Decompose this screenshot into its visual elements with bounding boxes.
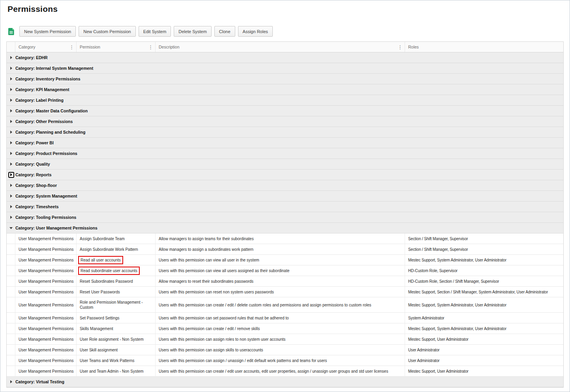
cell-roles: HD-Custom Role, Section / Shift Manager,…: [405, 276, 563, 286]
group-row-category-reports[interactable]: Category: Reports: [7, 170, 563, 180]
permission-row[interactable]: User Management PermissionsReset Subordi…: [7, 276, 563, 287]
toolbar-button-delete-system[interactable]: Delete System: [174, 26, 212, 37]
column-menu-icon[interactable]: ⋮: [67, 45, 76, 50]
expand-group-icon[interactable]: [10, 88, 12, 91]
group-row-category-inventory-permissions[interactable]: Category: Inventory Permissions: [7, 74, 563, 84]
column-header-roles[interactable]: Roles: [405, 42, 563, 52]
permission-row[interactable]: User Management PermissionsAssign Subord…: [7, 244, 563, 255]
expand-group-icon[interactable]: [10, 162, 12, 166]
expand-group-icon[interactable]: [10, 194, 12, 198]
row-indent-cell: [7, 323, 15, 334]
group-row-category-master-data-configuration[interactable]: Category: Master Data Configuration: [7, 106, 563, 116]
cell-category: User Management Permissions: [15, 334, 77, 344]
cell-category: User Management Permissions: [15, 323, 77, 334]
group-row-category-timesheets[interactable]: Category: Timesheets: [7, 202, 563, 212]
group-row-category-kpi-management[interactable]: Category: KPI Management: [7, 84, 563, 95]
expand-group-icon[interactable]: [10, 131, 12, 134]
permission-row[interactable]: User Management PermissionsUser Skill as…: [7, 345, 563, 355]
column-header-description[interactable]: Description⋮: [156, 42, 405, 52]
cell-category: User Management Permissions: [15, 255, 77, 265]
toolbar-button-edit-system[interactable]: Edit System: [139, 26, 171, 37]
group-caret-cell: [7, 141, 15, 144]
permission-row[interactable]: User Management PermissionsRead all user…: [7, 255, 563, 265]
expand-group-icon[interactable]: [10, 109, 12, 112]
expand-group-icon[interactable]: [10, 56, 12, 59]
expand-group-icon[interactable]: [10, 205, 12, 208]
expand-group-icon[interactable]: [10, 184, 12, 187]
group-row-category-shop-floor[interactable]: Category: Shop-floor: [7, 180, 563, 191]
column-menu-icon[interactable]: ⋮: [396, 45, 405, 50]
cell-roles: Mestec Support, System Administrator, Us…: [405, 323, 563, 334]
collapse-group-icon[interactable]: [9, 227, 13, 229]
expand-group-icon[interactable]: [10, 99, 12, 102]
group-row-category-label-printing[interactable]: Category: Label Printing: [7, 95, 563, 106]
permission-row[interactable]: User Management PermissionsAssign Subord…: [7, 233, 563, 244]
cell-roles: Section / Shift Manager, Supervisor: [405, 233, 563, 244]
group-caret-cell: [7, 67, 15, 70]
group-label: Category: Label Printing: [15, 98, 64, 103]
group-caret-cell: [7, 184, 15, 187]
column-title: Description: [159, 45, 180, 49]
excel-export-button[interactable]: [6, 27, 16, 36]
group-label: Category: Reports: [15, 172, 52, 177]
cell-description: Users with this permission can assign / …: [156, 355, 405, 366]
permission-row[interactable]: User Management PermissionsSet Password …: [7, 313, 563, 323]
permission-row[interactable]: User Management PermissionsUser and Team…: [7, 366, 563, 377]
cell-description: Users with this permission can reset non…: [156, 287, 405, 297]
expand-group-icon[interactable]: [10, 380, 12, 383]
permissions-grid: Category⋮Permission⋮Description⋮Roles Ca…: [6, 41, 564, 388]
group-row-category-other-permissions[interactable]: Category: Other Permissions: [7, 116, 563, 127]
cell-permission: Assign Subordinate Work Pattern: [77, 244, 156, 254]
group-label: Category: Planning and Scheduling: [15, 130, 85, 134]
permission-row[interactable]: User Management PermissionsUser Role ass…: [7, 334, 563, 345]
column-header-permission[interactable]: Permission⋮: [77, 42, 156, 52]
group-row-category-system-management[interactable]: Category: System Management: [7, 191, 563, 202]
group-caret-cell: [7, 380, 15, 383]
toolbar-button-clone[interactable]: Clone: [214, 26, 235, 37]
cell-description: Users with this permission can view all …: [156, 265, 405, 276]
permission-row[interactable]: User Management PermissionsRead subordin…: [7, 265, 563, 276]
toolbar-button-new-custom-permission[interactable]: New Custom Permission: [79, 26, 135, 37]
toolbar-button-assign-roles[interactable]: Assign Roles: [238, 26, 273, 37]
expand-group-icon[interactable]: [10, 67, 12, 70]
group-label: Category: EDHR: [15, 55, 48, 60]
cell-permission: Role and Permission Management - Custom: [77, 297, 156, 312]
group-row-category-power-bi[interactable]: Category: Power BI: [7, 138, 563, 148]
group-row-category-user-management-permissions[interactable]: Category: User Management Permissions: [7, 223, 563, 233]
cell-category: User Management Permissions: [15, 287, 77, 297]
group-row-category-tooling-permissions[interactable]: Category: Tooling Permissions: [7, 212, 563, 223]
group-row-category-internal-system-management[interactable]: Category: Internal System Management: [7, 63, 563, 74]
expand-group-icon[interactable]: [10, 141, 12, 144]
row-indent-cell: [7, 276, 15, 286]
group-label: Category: Master Data Configuration: [15, 108, 88, 113]
row-indent-cell: [7, 287, 15, 297]
expand-group-icon[interactable]: [10, 152, 12, 155]
permission-row[interactable]: User Management PermissionsUser Teams an…: [7, 355, 563, 366]
permission-row[interactable]: User Management PermissionsSkills Manage…: [7, 323, 563, 334]
group-row-category-planning-and-scheduling[interactable]: Category: Planning and Scheduling: [7, 127, 563, 138]
expand-group-icon[interactable]: [10, 173, 12, 176]
column-menu-icon[interactable]: ⋮: [146, 45, 155, 50]
group-row-category-quality[interactable]: Category: Quality: [7, 159, 563, 170]
expand-group-icon[interactable]: [10, 216, 12, 219]
cell-permission: Set Password Settings: [77, 313, 156, 323]
row-indent-cell: [7, 366, 15, 376]
permission-row[interactable]: User Management PermissionsRole and Perm…: [7, 297, 563, 313]
expand-group-icon[interactable]: [10, 77, 12, 80]
cell-description: Users with this permission can create / …: [156, 323, 405, 334]
column-header-category[interactable]: Category⋮: [15, 42, 77, 52]
toolbar-button-new-system-permission[interactable]: New System Permission: [19, 26, 76, 37]
toolbar: New System PermissionNew Custom Permissi…: [6, 26, 564, 37]
expand-group-icon[interactable]: [10, 120, 12, 123]
group-label: Category: Other Permissions: [15, 119, 73, 124]
group-caret-cell: [7, 152, 15, 155]
group-row-category-edhr[interactable]: Category: EDHR: [7, 52, 563, 63]
group-row-category-product-permissions[interactable]: Category: Product Permissions: [7, 148, 563, 159]
cell-permission: Read all user accounts: [77, 255, 156, 265]
group-label: Category: Power BI: [15, 140, 54, 145]
cell-roles: Section / Shift Manager, Supervisor: [405, 244, 563, 254]
cell-roles: System Administrator: [405, 313, 563, 323]
permission-row[interactable]: User Management PermissionsReset User Pa…: [7, 287, 563, 297]
group-row-category-virtual-testing[interactable]: Category: Virtual Testing: [7, 377, 563, 387]
cell-description: Allow managers to reset their subordinat…: [156, 276, 405, 286]
